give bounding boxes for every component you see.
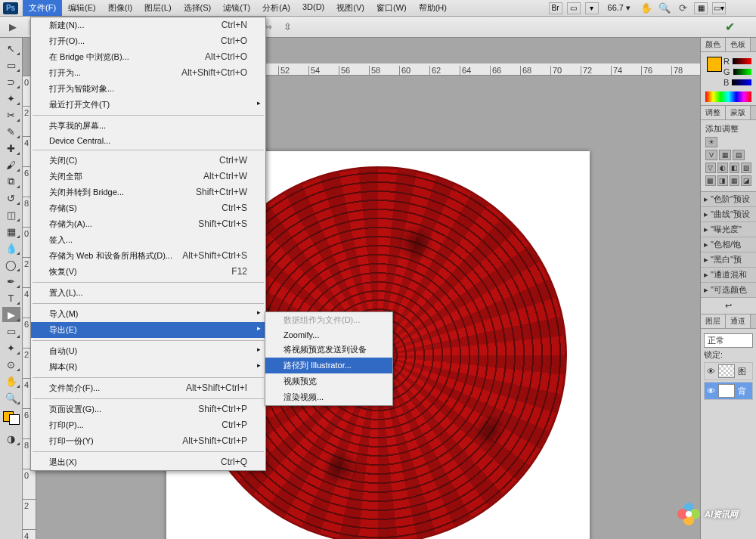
menu-item[interactable]: 导入(M) xyxy=(31,306,265,322)
type-tool-icon[interactable]: T xyxy=(2,290,20,305)
menu-item[interactable]: 在 Bridge 中浏览(B)...Alt+Ctrl+O xyxy=(31,49,265,65)
pen-tool-icon[interactable]: ✒ xyxy=(2,274,20,289)
menu-item[interactable]: 最近打开文件(T) xyxy=(31,97,265,113)
quickmask-icon[interactable]: ◑ xyxy=(2,431,20,446)
3d-tool-icon[interactable]: ✦ xyxy=(2,340,20,355)
masks-panel-tab[interactable]: 蒙版 xyxy=(726,106,751,119)
menu-item[interactable]: 打印一份(Y)Alt+Shift+Ctrl+P xyxy=(31,433,265,449)
menu-item[interactable]: 恢复(V)F12 xyxy=(31,264,265,280)
launch-bridge-icon[interactable]: Br xyxy=(549,2,562,14)
dodge-tool-icon[interactable]: ◯ xyxy=(2,257,20,272)
selective-icon[interactable]: ◪ xyxy=(741,175,751,186)
menu-item[interactable]: 文件简介(F)...Alt+Shift+Ctrl+I xyxy=(31,380,265,396)
color-panel-tab[interactable]: 颜色 xyxy=(701,38,726,51)
menu-item[interactable]: 关闭并转到 Bridge...Shift+Ctrl+W xyxy=(31,184,265,200)
crop-tool-icon[interactable]: ✂ xyxy=(2,107,20,122)
curves-icon[interactable]: ▦ xyxy=(719,150,731,160)
menu-item[interactable]: 导出(E) xyxy=(31,322,265,338)
menu-item[interactable]: 自动(U) xyxy=(31,343,265,359)
shape-tool-icon[interactable]: ▭ xyxy=(2,324,20,339)
menu-item[interactable]: 存储为 Web 和设备所用格式(D)...Alt+Shift+Ctrl+S xyxy=(31,248,265,264)
menu-dd[interactable]: 3D(D) xyxy=(296,0,330,16)
menu-w[interactable]: 窗口(W) xyxy=(370,0,413,16)
menu-item[interactable]: 置入(L)... xyxy=(31,285,265,301)
layers-panel-tab[interactable]: 图层 xyxy=(701,314,726,328)
menu-f[interactable]: 文件(F) xyxy=(23,0,62,16)
adjust-panel-tab[interactable]: 调整 xyxy=(701,106,726,119)
rotate-view-icon[interactable]: ⟳ xyxy=(676,2,689,15)
eyedropper-tool-icon[interactable]: ✎ xyxy=(2,124,20,139)
color-spectrum[interactable] xyxy=(705,91,751,102)
commit-icon[interactable]: ✔ xyxy=(725,20,735,34)
menu-item[interactable]: 关闭全部Alt+Ctrl+W xyxy=(31,169,265,184)
exposure-icon[interactable]: ▤ xyxy=(733,150,745,160)
eraser-tool-icon[interactable]: ◫ xyxy=(2,207,20,222)
gradient-map-icon[interactable]: ▦ xyxy=(730,175,740,186)
submenu-item[interactable]: 将视频预览发送到设备 xyxy=(265,342,392,358)
path-select-tool-icon[interactable]: ▶ xyxy=(2,307,20,322)
blur-tool-icon[interactable]: 💧 xyxy=(2,240,20,256)
swatches-panel-tab[interactable]: 色板 xyxy=(726,38,751,51)
gradient-tool-icon[interactable]: ▦ xyxy=(2,224,20,239)
adjust-preset[interactable]: "曲线"预设 xyxy=(701,207,756,222)
invert-icon[interactable]: ▩ xyxy=(705,175,716,186)
hand-tool-icon[interactable]: ✋ xyxy=(640,2,653,15)
menu-item[interactable]: 共享我的屏幕... xyxy=(31,118,265,134)
adjust-preset[interactable]: "黑白"预 xyxy=(701,252,756,268)
menu-item[interactable]: 签入... xyxy=(31,232,265,248)
vibrance-icon[interactable]: ▽ xyxy=(705,163,716,173)
r-slider[interactable] xyxy=(733,58,751,64)
move-tool-icon[interactable]: ↖ xyxy=(2,41,20,56)
stamp-tool-icon[interactable]: ⧉ xyxy=(2,174,20,189)
adjust-preset[interactable]: "通道混和 xyxy=(701,268,756,283)
submenu-item[interactable]: 视频预览 xyxy=(265,373,392,389)
submenu-item[interactable]: 路径到 Illustrator... xyxy=(265,358,392,373)
menu-item[interactable]: 存储(S)Ctrl+S xyxy=(31,200,265,216)
channels-panel-tab[interactable]: 通道 xyxy=(726,314,751,328)
menu-e[interactable]: 编辑(E) xyxy=(62,0,102,16)
blend-mode-select[interactable]: 正常 xyxy=(704,333,753,348)
zoom-tool-icon[interactable]: 🔍 xyxy=(658,2,671,15)
menu-item[interactable]: 新建(N)...Ctrl+N xyxy=(31,17,265,33)
dist-v-icon[interactable]: ⇳ xyxy=(280,20,294,34)
workspace-switcher-icon[interactable]: ▭▾ xyxy=(712,2,726,14)
menu-l[interactable]: 图层(L) xyxy=(138,0,177,16)
adjust-preset[interactable]: "曝光度" xyxy=(701,222,756,237)
menu-item[interactable]: 打开为...Alt+Shift+Ctrl+O xyxy=(31,65,265,81)
g-slider[interactable] xyxy=(733,69,751,75)
brush-tool-icon[interactable]: 🖌 xyxy=(2,157,20,172)
menu-h[interactable]: 帮助(H) xyxy=(413,0,453,16)
brightness-icon[interactable]: ☀ xyxy=(705,137,717,147)
levels-icon[interactable]: V xyxy=(705,150,717,160)
menu-item[interactable]: 关闭(C)Ctrl+W xyxy=(31,153,265,169)
3d-camera-icon[interactable]: ⊙ xyxy=(2,357,20,372)
menu-item[interactable]: 打印(P)...Ctrl+P xyxy=(31,417,265,433)
adjust-preset[interactable]: "色相/饱 xyxy=(701,237,756,252)
submenu-item[interactable]: Zoomify... xyxy=(265,328,392,342)
bw-icon[interactable]: ◧ xyxy=(730,163,740,173)
menu-item[interactable]: 打开为智能对象... xyxy=(31,81,265,97)
menu-item[interactable]: Device Central... xyxy=(31,134,265,147)
menu-item[interactable]: 存储为(A)...Shift+Ctrl+S xyxy=(31,216,265,232)
menu-item[interactable]: 打开(O)...Ctrl+O xyxy=(31,33,265,49)
history-brush-icon[interactable]: ↺ xyxy=(2,191,20,206)
color-swatch[interactable] xyxy=(3,411,20,425)
submenu-item[interactable]: 渲染视频... xyxy=(265,389,392,405)
layer-row[interactable]: 👁 图 xyxy=(704,362,753,380)
hand-tool-icon[interactable]: ✋ xyxy=(2,373,20,389)
adjust-preset[interactable]: "可选颜色 xyxy=(701,283,756,298)
zoom-tool-icon[interactable]: 🔍 xyxy=(2,390,20,405)
photo-filter-icon[interactable]: ▨ xyxy=(741,163,751,173)
b-slider[interactable] xyxy=(732,79,751,85)
menu-item[interactable]: 页面设置(G)...Shift+Ctrl+P xyxy=(31,401,265,417)
menu-item[interactable]: 退出(X)Ctrl+Q xyxy=(31,454,265,470)
wand-tool-icon[interactable]: ✦ xyxy=(2,91,20,106)
menu-item[interactable]: 脚本(R) xyxy=(31,359,265,375)
foreground-swatch[interactable] xyxy=(707,57,722,72)
workspace-icon[interactable]: ▦ xyxy=(694,2,708,14)
lasso-tool-icon[interactable]: ⊃ xyxy=(2,74,20,89)
return-icon[interactable]: ↩ xyxy=(725,301,732,310)
menu-i[interactable]: 图像(I) xyxy=(102,0,138,16)
menu-v[interactable]: 视图(V) xyxy=(330,0,370,16)
visibility-icon[interactable]: 👁 xyxy=(706,367,715,376)
